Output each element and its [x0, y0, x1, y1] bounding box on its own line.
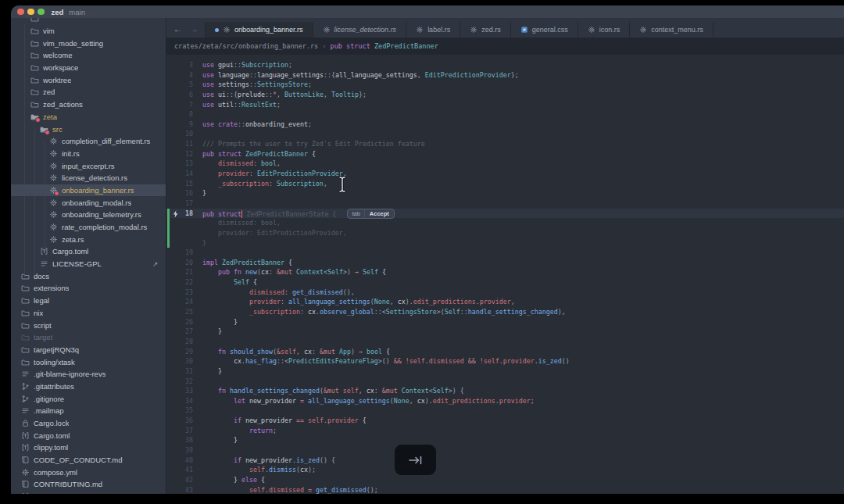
file-row-completion_diff_element.rs[interactable]: completion_diff_element.rs	[11, 135, 166, 148]
breadcrumb-symbol[interactable]: pub struct	[331, 42, 370, 50]
tab-license_detection.rs[interactable]: license_detection.rs	[313, 22, 407, 38]
code-line-18[interactable]: 18pub struct ZedPredictBannerState {tabA…	[166, 209, 844, 219]
code-line-27[interactable]: 27 }	[166, 327, 844, 337]
predicted-code-line[interactable]: dismissed: bool,	[166, 218, 844, 228]
code-line-31[interactable]: 31 }	[166, 366, 844, 377]
git-branch-label[interactable]: main	[69, 8, 85, 16]
file-row-onboarding_banner.rs[interactable]: onboarding_banner.rs	[11, 184, 166, 197]
code-line-9[interactable]: 9use crate::onboarding_event;	[166, 120, 844, 130]
folder-row-nix[interactable]: nix	[11, 307, 166, 320]
code-line-16[interactable]: 16}	[166, 188, 844, 198]
navigate-back-button[interactable]: ←	[173, 26, 181, 34]
file-row-CODE_OF_CONDUCT.md[interactable]: CODE_OF_CONDUCT.md	[11, 454, 166, 466]
file-row-clippy.toml[interactable]: clippy.toml	[11, 441, 166, 454]
code-line-7[interactable]: 7use util::ResultExt;	[166, 100, 844, 110]
code-line-39[interactable]: 39	[166, 445, 844, 456]
file-row-LICENSE-GPL[interactable]: LICENSE-GPL↗	[11, 258, 166, 270]
folder-row-src[interactable]: src	[11, 123, 166, 135]
code-line-33[interactable]: 33 fn handle_settings_changed(&mut self,…	[166, 386, 844, 396]
code-line-14[interactable]: 14 provider: EditPredictionProvider,	[166, 169, 844, 179]
editor[interactable]: 3use gpui::Subscription;4use language::l…	[166, 55, 844, 494]
breadcrumb-symbol[interactable]: ZedPredictBanner	[370, 42, 438, 50]
code-line-26[interactable]: 26 }	[166, 317, 844, 327]
predicted-code-line[interactable]: provider: EditPredictionProvider,	[166, 228, 844, 238]
code-line-10[interactable]: 10	[166, 129, 844, 139]
folder-row-target[interactable]: target	[11, 331, 166, 344]
file-row-Cargo.toml[interactable]: Cargo.toml	[11, 429, 166, 441]
code-line-8[interactable]: 8	[166, 109, 844, 120]
file-row-input_excerpt.rs[interactable]: input_excerpt.rs	[11, 159, 166, 172]
file-row-CONTRIBUTING.md[interactable]: CONTRIBUTING.md	[11, 478, 166, 491]
code-line-41[interactable]: 41 self.dismiss(cx);	[166, 465, 844, 475]
code-line-6[interactable]: 6use ui::{prelude::*, ButtonLike, Toolti…	[166, 90, 844, 100]
tab-zed.rs[interactable]: zed.rs	[460, 22, 511, 38]
file-row-init.rs[interactable]: init.rs	[11, 148, 166, 160]
file-row-zeta.rs[interactable]: zeta.rs	[11, 233, 166, 245]
tab-context_menu.rs[interactable]: context_menu.rs	[630, 22, 713, 38]
file-row-onboarding_telemetry.rs[interactable]: onboarding_telemetry.rs	[11, 209, 166, 221]
folder-row-vim_mode_setting[interactable]: vim_mode_setting	[11, 37, 166, 49]
code-line-36[interactable]: 36 if new_provider == self.provider {	[166, 416, 844, 426]
folder-row-worktree[interactable]: worktree	[11, 73, 166, 86]
file-row-rate_completion_modal.rs[interactable]: rate_completion_modal.rs	[11, 221, 166, 234]
code-line-30[interactable]: 30 cx.has_flag::<PredictEditsFeatureFlag…	[166, 356, 844, 366]
code-line-12[interactable]: 12pub struct ZedPredictBanner {	[166, 149, 844, 159]
folder-row-workspace[interactable]: workspace	[11, 62, 166, 74]
code-line-43[interactable]: 43 self.dismissed = get_dismissed();	[166, 485, 844, 494]
code-line-21[interactable]: 21 pub fn new(cx: &mut Context<Self>) → …	[166, 267, 844, 277]
code-line-25[interactable]: 25 _subscription: cx.observe_global::<Se…	[166, 307, 844, 317]
navigate-forward-button[interactable]: →	[190, 26, 198, 34]
zoom-window-button[interactable]	[38, 9, 45, 16]
code-line-35[interactable]: 35	[166, 406, 844, 416]
code-line-40[interactable]: 40 if new_provider.is_zed() {	[166, 456, 844, 466]
code-line-20[interactable]: 20impl ZedPredictBanner {	[166, 258, 844, 268]
folder-row-script[interactable]: script	[11, 319, 166, 331]
code-line-34[interactable]: 34 let new_provider = all_language_setti…	[166, 396, 844, 406]
code-line-28[interactable]: 28	[166, 337, 844, 347]
code-line-15[interactable]: 15 _subscription: Subscription,	[166, 179, 844, 189]
folder-row-zed_actions[interactable]: zed_actions	[11, 98, 166, 111]
code-line-4[interactable]: 4use language::language_settings::{all_l…	[166, 70, 844, 80]
file-row-.gitattributes[interactable]: .gitattributes	[11, 381, 166, 393]
code-line-11[interactable]: 11/// Prompts the user to try Zed's Edit…	[166, 139, 844, 149]
file-row-compose.yml[interactable]: compose.yml	[11, 466, 166, 478]
code-line-24[interactable]: 24 provider: all_language_settings(None,…	[166, 297, 844, 307]
code-line-32[interactable]: 32	[166, 377, 844, 387]
file-row-Cargo.lock[interactable]: Cargo.lock	[11, 417, 166, 430]
code-line-42[interactable]: 42 } else {	[166, 475, 844, 485]
folder-row-zeta[interactable]: zeta	[11, 111, 166, 123]
folder-row-tooling/xtask[interactable]: tooling/xtask	[11, 356, 166, 368]
folder-row-legal[interactable]: legal	[11, 295, 166, 307]
folder-row-docs[interactable]: docs	[11, 270, 166, 282]
code-line-19[interactable]: 19	[166, 248, 844, 258]
folder-row-extensions[interactable]: extensions	[11, 282, 166, 295]
folder-row-targetjRQN3q[interactable]: targetjRQN3q	[11, 344, 166, 356]
predicted-code-line[interactable]: }	[166, 238, 844, 248]
code-line-29[interactable]: 29 fn should_show(&self, cx: &mut App) →…	[166, 347, 844, 357]
folder-row-zed[interactable]: zed	[11, 86, 166, 98]
tab-onboarding_banner.rs[interactable]: onboarding_banner.rs	[205, 22, 313, 38]
code-line-3[interactable]: 3use gpui::Subscription;	[166, 60, 844, 70]
folder-row-welcome[interactable]: welcome	[11, 49, 166, 62]
file-row-.git-blame-ignore-revs[interactable]: .git-blame-ignore-revs	[11, 368, 166, 381]
breadcrumb[interactable]: crates/zeta/src/onboarding_banner.rs › p…	[166, 38, 844, 55]
file-row-Cross.toml[interactable]: Cross.toml	[11, 491, 166, 494]
code-line-5[interactable]: 5use settings::SettingsStore;	[166, 80, 844, 90]
file-row-Cargo.toml[interactable]: Cargo.toml	[11, 245, 166, 258]
breadcrumb-path[interactable]: crates/zeta/src/onboarding_banner.rs	[174, 42, 318, 50]
minimize-window-button[interactable]	[27, 9, 34, 16]
code-line-38[interactable]: 38 }	[166, 435, 844, 445]
file-row-.gitignore[interactable]: .gitignore	[11, 392, 166, 405]
tab-icon.rs[interactable]: icon.rs	[578, 22, 631, 38]
code-line-37[interactable]: 37 return;	[166, 426, 844, 436]
tab-label.rs[interactable]: label.rs	[406, 22, 460, 38]
file-row-onboarding_modal.rs[interactable]: onboarding_modal.rs	[11, 196, 166, 209]
code-line-13[interactable]: 13 dismissed: bool,	[166, 159, 844, 169]
code-line-22[interactable]: 22 Self {	[166, 277, 844, 288]
close-window-button[interactable]	[17, 9, 24, 16]
file-row-license_detection.rs[interactable]: license_detection.rs	[11, 172, 166, 184]
window-titlebar[interactable]: zed main	[11, 5, 844, 18]
code-line-23[interactable]: 23 dismissed: get_dismissed(),	[166, 288, 844, 298]
folder-row-vim[interactable]: vim	[11, 25, 166, 38]
file-row-.mailmap[interactable]: .mailmap	[11, 405, 166, 417]
